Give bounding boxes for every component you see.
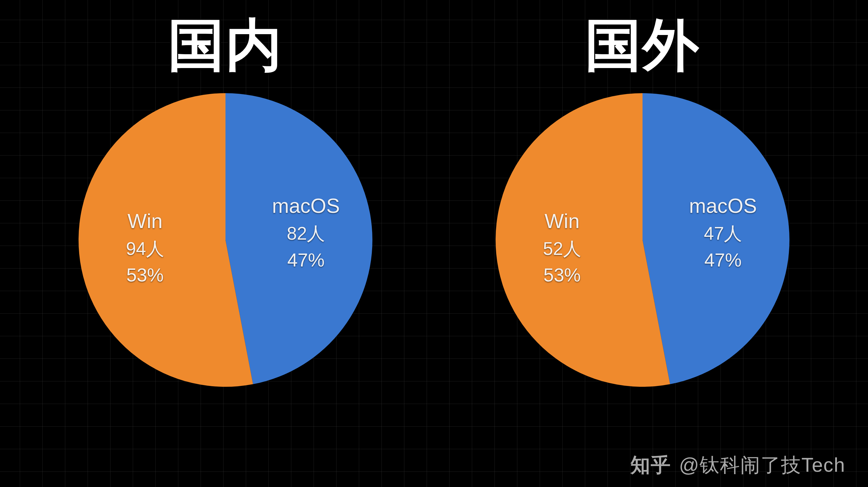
slice-label-count: 82人 — [287, 221, 325, 246]
watermark-logo: 知乎 — [630, 452, 671, 479]
slice-label-name: macOS — [272, 192, 340, 220]
slice-label-count: 94人 — [126, 236, 164, 261]
chart-title-0: 国内 — [168, 17, 283, 73]
pie-label-macos: macOS47人47% — [689, 192, 757, 273]
slice-label-percent: 53% — [544, 263, 581, 288]
pie-label-win: Win52人53% — [543, 207, 581, 288]
chart-stage: 国内 macOS82人47%Win94人53% 国外 macOS47人47%Wi… — [0, 0, 868, 487]
watermark: 知乎 @钛科闹了技Tech — [630, 452, 845, 479]
slice-label-name: Win — [545, 207, 580, 235]
chart-column-1: 国外 macOS47人47%Win52人53% — [434, 17, 851, 390]
pie-chart-0: macOS82人47%Win94人53% — [76, 90, 375, 390]
slice-label-percent: 47% — [287, 247, 324, 272]
pie-label-macos: macOS82人47% — [272, 192, 340, 273]
slice-label-count: 52人 — [543, 236, 581, 261]
slice-label-name: Win — [127, 207, 162, 235]
watermark-text: @钛科闹了技Tech — [679, 452, 845, 479]
pie-chart-1: macOS47人47%Win52人53% — [493, 90, 792, 390]
chart-column-0: 国内 macOS82人47%Win94人53% — [17, 17, 434, 390]
slice-label-count: 47人 — [704, 221, 742, 246]
slice-label-percent: 53% — [126, 263, 164, 288]
slice-label-percent: 47% — [704, 247, 742, 272]
chart-title-1: 国外 — [585, 17, 700, 73]
pie-label-win: Win94人53% — [126, 207, 164, 288]
slice-label-name: macOS — [689, 192, 757, 220]
